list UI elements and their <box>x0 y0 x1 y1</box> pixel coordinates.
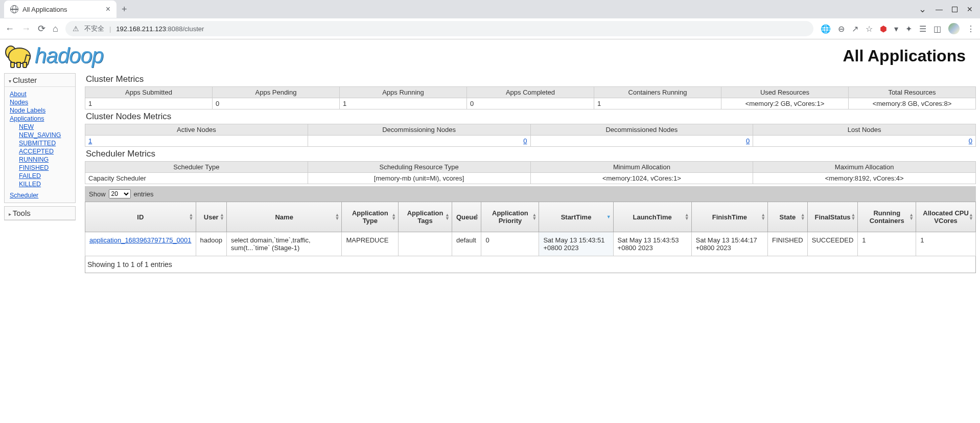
metrics-value: 1 <box>85 98 213 109</box>
metrics-link[interactable]: 0 <box>523 137 527 145</box>
apps-column-header[interactable]: ID▲▼ <box>85 202 196 232</box>
forward-button[interactable]: → <box>21 24 31 34</box>
sidebar-link-about[interactable]: About <box>10 90 70 98</box>
table-nodes-metrics: Active NodesDecommissioning NodesDecommi… <box>85 124 976 147</box>
section-scheduler-metrics: Scheduler Metrics <box>86 149 976 159</box>
sidebar-link-state-submitted[interactable]: SUBMITTED <box>19 139 70 147</box>
metrics-value: Capacity Scheduler <box>85 173 308 184</box>
profile-avatar[interactable] <box>948 23 960 34</box>
apps-cell: Sat May 13 15:43:53 +0800 2023 <box>613 232 691 256</box>
metrics-link[interactable]: 0 <box>969 137 972 145</box>
reload-button[interactable]: ⟳ <box>38 23 45 34</box>
metrics-header: Total Resources <box>849 87 976 98</box>
apps-column-header[interactable]: State▲▼ <box>768 202 808 232</box>
sidebar-heading-cluster[interactable]: Cluster <box>5 74 75 87</box>
elephant-icon <box>4 43 34 68</box>
metrics-header: Scheduler Type <box>85 162 308 173</box>
extension-icon-1[interactable]: ⬢ <box>880 24 887 34</box>
apps-column-header[interactable]: Application Type▲▼ <box>342 202 399 232</box>
apps-cell: select domain,`time`,traffic, sum(t...`t… <box>226 232 342 256</box>
close-tab-button[interactable]: × <box>106 5 110 14</box>
metrics-header: Scheduling Resource Type <box>308 162 530 173</box>
sidebar-link-state-failed[interactable]: FAILED <box>19 172 70 180</box>
apps-column-header[interactable]: Application Tags▲▼ <box>399 202 452 232</box>
apps-column-header[interactable]: Queue▲▼ <box>452 202 481 232</box>
home-button[interactable]: ⌂ <box>53 24 58 34</box>
sidebar-link-state-new[interactable]: NEW <box>19 123 70 131</box>
apps-column-header[interactable]: Name▲▼ <box>226 202 342 232</box>
metrics-value: 0 <box>753 136 976 147</box>
metrics-value: <memory:8 GB, vCores:8> <box>849 98 976 109</box>
warning-icon: ⚠ <box>73 25 79 33</box>
window-close-button[interactable] <box>967 5 973 13</box>
apps-column-header[interactable]: FinishTime▲▼ <box>691 202 767 232</box>
metrics-value: <memory:8192, vCores:4> <box>753 173 976 184</box>
apps-cell: hadoop <box>196 232 226 256</box>
datatable-length-bar: Show 102050100 entries <box>85 186 976 202</box>
dt-entries-label: entries <box>134 190 154 198</box>
window-controls <box>912 4 980 15</box>
extension-icon-2[interactable]: ▾ <box>894 24 898 34</box>
apps-column-header[interactable]: Allocated CPU VCores▲▼ <box>916 202 976 232</box>
url-text: 192.168.211.123:8088/cluster <box>116 25 204 33</box>
browser-tab[interactable]: All Applications × <box>4 1 116 18</box>
window-minimize-button[interactable] <box>936 5 943 13</box>
address-bar[interactable]: ⚠ 不安全 | 192.168.211.123:8088/cluster <box>65 21 813 36</box>
sidebar-link-applications[interactable]: Applications <box>10 115 70 123</box>
apps-column-header[interactable]: User▲▼ <box>196 202 226 232</box>
apps-column-header[interactable]: Application Priority▲▼ <box>481 202 539 232</box>
metrics-link[interactable]: 1 <box>88 137 92 145</box>
extensions-icon[interactable]: ✦ <box>905 24 912 34</box>
sidebar-link-scheduler[interactable]: Scheduler <box>10 191 70 199</box>
apps-column-header[interactable]: FinalStatus▲▼ <box>807 202 858 232</box>
metrics-value: <memory:2 GB, vCores:1> <box>721 98 849 109</box>
metrics-value: 0 <box>530 136 753 147</box>
logo-text: hadoop <box>35 43 103 68</box>
side-panel-icon[interactable]: ◫ <box>934 24 941 34</box>
dt-length-select[interactable]: 102050100 <box>109 189 131 198</box>
insecure-label: 不安全 <box>84 24 104 33</box>
apps-cell: Sat May 13 15:44:17 +0800 2023 <box>691 232 767 256</box>
globe-icon <box>10 5 18 13</box>
tab-search-icon[interactable] <box>919 4 926 15</box>
menu-icon[interactable]: ⋮ <box>967 24 975 34</box>
reading-list-icon[interactable]: ☰ <box>919 24 926 34</box>
metrics-header: Decommissioning Nodes <box>308 124 530 136</box>
apps-cell: 1 <box>916 232 976 256</box>
share-icon[interactable]: ↗ <box>852 24 858 34</box>
metrics-header: Maximum Allocation <box>753 162 976 173</box>
apps-column-header[interactable]: StartTime▼ <box>539 202 613 232</box>
metrics-link[interactable]: 0 <box>746 137 750 145</box>
sidebar-heading-tools[interactable]: Tools <box>5 207 75 220</box>
metrics-value: 0 <box>213 98 340 109</box>
sidebar-link-state-running[interactable]: RUNNING <box>19 155 70 164</box>
bookmark-icon[interactable]: ☆ <box>866 24 873 34</box>
metrics-value: 0 <box>308 136 530 147</box>
window-maximize-button[interactable] <box>952 7 958 12</box>
apps-cell: 0 <box>481 232 539 256</box>
new-tab-button[interactable]: + <box>116 1 132 18</box>
sidebar-link-state-finished[interactable]: FINISHED <box>19 164 70 172</box>
apps-column-header[interactable]: LaunchTime▲▼ <box>613 202 691 232</box>
apps-cell: MAPREDUCE <box>342 232 399 256</box>
sidebar: Cluster About Nodes Node Labels Applicat… <box>4 73 76 273</box>
metrics-header: Used Resources <box>721 87 849 98</box>
apps-column-header[interactable]: Running Containers▲▼ <box>858 202 916 232</box>
sidebar-link-state-new-saving[interactable]: NEW_SAVING <box>19 131 70 139</box>
translate-icon[interactable]: 🌐 <box>821 24 831 34</box>
browser-chrome: All Applications × + ← → ⟳ ⌂ ⚠ 不安全 | 192… <box>0 0 980 39</box>
sidebar-link-state-killed[interactable]: KILLED <box>19 180 70 188</box>
sidebar-panel-tools: Tools <box>4 206 76 220</box>
tab-title: All Applications <box>22 6 67 13</box>
zoom-icon[interactable]: ⊖ <box>838 24 845 34</box>
apps-cell: SUCCEEDED <box>807 232 858 256</box>
sidebar-link-state-accepted[interactable]: ACCEPTED <box>19 147 70 155</box>
back-button[interactable]: ← <box>5 24 14 34</box>
app-id-link[interactable]: application_1683963797175_0001 <box>89 236 192 244</box>
sidebar-link-nodes[interactable]: Nodes <box>10 98 70 106</box>
apps-cell: default <box>452 232 481 256</box>
metrics-header: Lost Nodes <box>753 124 976 136</box>
dt-show-label: Show <box>89 190 106 198</box>
page-title: All Applications <box>843 47 966 65</box>
sidebar-link-node-labels[interactable]: Node Labels <box>10 106 70 115</box>
